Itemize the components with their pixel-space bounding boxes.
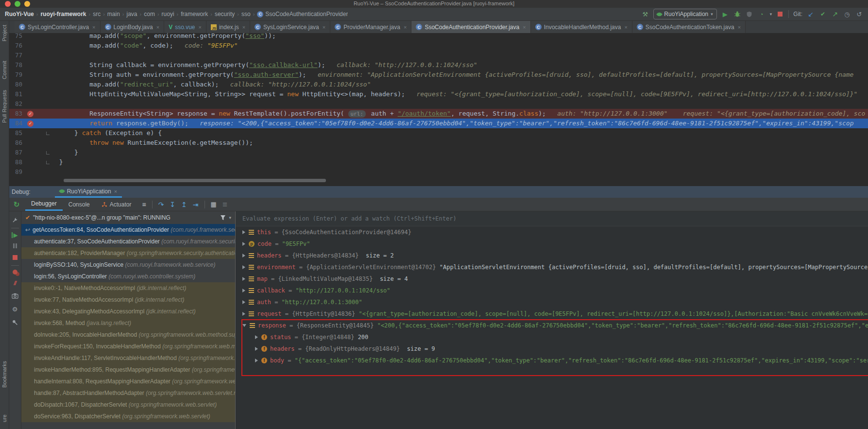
close-icon[interactable]: × bbox=[404, 24, 407, 30]
close-icon[interactable]: × bbox=[242, 24, 245, 30]
frame-row[interactable]: handle:87, AbstractHandlerMethodAdapter … bbox=[21, 387, 235, 399]
chevron-right-icon[interactable] bbox=[255, 347, 258, 351]
code-line-87[interactable]: 87 } bbox=[0, 148, 868, 157]
skip-breakpoints-icon[interactable]: // bbox=[14, 280, 16, 287]
thread-selector[interactable]: ✔ "http-nio-8080-exec-5"@...n group "mai… bbox=[21, 211, 235, 224]
close-icon[interactable]: × bbox=[156, 24, 159, 30]
sidebar-item-project[interactable]: Project bbox=[0, 25, 9, 41]
restore-layout-icon[interactable]: ≣ bbox=[222, 201, 228, 208]
code-line-81[interactable]: 81 HttpEntity<MultiValueMap<String, Stri… bbox=[0, 89, 868, 99]
frame-row[interactable]: invoke:77, NativeMethodAccessorImpl (jdk… bbox=[21, 294, 235, 306]
mute-breakpoints-icon[interactable] bbox=[13, 270, 17, 275]
breadcrumb-item[interactable]: com bbox=[144, 11, 155, 17]
breadcrumb-item[interactable]: main bbox=[107, 11, 120, 17]
tab-actuator[interactable]: Actuator bbox=[96, 198, 137, 211]
editor-tab-sysloginservice-java[interactable]: CSysLoginService.java× bbox=[250, 21, 330, 33]
chevron-right-icon[interactable] bbox=[242, 242, 245, 246]
code-editor[interactable]: 75 map.add("scope", environment.getPrope… bbox=[0, 33, 868, 186]
rollback-icon[interactable]: ↺ bbox=[855, 10, 863, 18]
close-icon[interactable]: × bbox=[323, 24, 325, 30]
debugger-settings-gear-icon[interactable]: ⚙ bbox=[11, 305, 19, 313]
sidebar-item-commit[interactable]: Commit bbox=[0, 61, 9, 79]
variable-row-body[interactable]: fbody = "{"access_token":"05ef78f0-d0e2-… bbox=[236, 355, 868, 366]
debug-session-tab[interactable]: RuoYiApplication × bbox=[55, 186, 122, 198]
close-icon[interactable]: × bbox=[738, 24, 741, 30]
scrollbar-thumb[interactable] bbox=[64, 179, 326, 182]
close-icon[interactable]: × bbox=[523, 24, 526, 30]
frame-row[interactable]: invokeHandlerMethod:895, RequestMappingH… bbox=[21, 364, 235, 376]
sidebar-item-bookmarks[interactable]: Bookmarks bbox=[0, 361, 9, 388]
frame-row[interactable]: invoke:568, Method (java.lang.reflect) bbox=[21, 317, 235, 329]
rerun-icon[interactable]: ↻ bbox=[12, 200, 21, 209]
build-hammer-icon[interactable]: ⚒ bbox=[641, 10, 649, 18]
run-configuration-select[interactable]: RuoYiApplication ▾ bbox=[653, 9, 716, 19]
variable-row-code[interactable]: pcode = "9E5FPv" bbox=[236, 238, 868, 250]
sidebar-item-structure[interactable]: ure bbox=[0, 414, 9, 422]
step-out-icon[interactable]: ↥ bbox=[181, 201, 187, 208]
fold-marker-icon[interactable] bbox=[46, 132, 50, 135]
editor-tab-syslogincontroller-java[interactable]: CSysLoginController.java× bbox=[15, 21, 101, 33]
settings-wrench-icon[interactable] bbox=[11, 216, 19, 224]
variable-row-status[interactable]: fstatus = {Integer@14848} 200 bbox=[236, 331, 868, 343]
frame-row[interactable]: ↩getAccessToken:84, SsoCodeAuthenticatio… bbox=[21, 224, 235, 236]
frame-row[interactable]: invoke:43, DelegatingMethodAccessorImpl … bbox=[21, 306, 235, 317]
editor-tab-providermanager-java[interactable]: CProviderManager.java× bbox=[330, 21, 411, 33]
frame-row[interactable]: authenticate:182, ProviderManager (org.s… bbox=[21, 247, 235, 259]
chevron-right-icon[interactable] bbox=[242, 265, 245, 269]
code-line-85[interactable]: 85 } catch (Exception e) { bbox=[0, 128, 868, 138]
variable-row-response[interactable]: response = {ResponseEntity@14845} "<200,… bbox=[236, 320, 868, 331]
fold-marker-icon[interactable] bbox=[46, 151, 50, 154]
code-line-86[interactable]: 86 throw new RuntimeException(e.getMessa… bbox=[0, 138, 868, 148]
pin-icon[interactable] bbox=[11, 318, 19, 326]
frame-row[interactable]: handleInternal:808, RequestMappingHandle… bbox=[21, 376, 235, 387]
editor-tab-loginbody-java[interactable]: CLoginBody.java× bbox=[101, 21, 165, 33]
editor-tab-sso-vue[interactable]: Vsso.vue× bbox=[164, 21, 206, 33]
variable-row-headers[interactable]: fheaders = {ReadOnlyHttpHeaders@14849} s… bbox=[236, 343, 868, 355]
code-line-84[interactable]: 84✓ return response.getBody(); response:… bbox=[0, 119, 868, 128]
variable-row-map[interactable]: map = {LinkedMultiValueMap@14835} size =… bbox=[236, 273, 868, 285]
tab-debugger[interactable]: Debugger bbox=[25, 198, 63, 211]
step-over-icon[interactable]: ↷ bbox=[158, 201, 164, 208]
chevron-right-icon[interactable] bbox=[242, 289, 245, 292]
code-line-76[interactable]: 76 map.add("code", code); code: "9E5FPv" bbox=[0, 41, 868, 51]
breadcrumb-item[interactable]: RuoYi-Vue bbox=[5, 11, 34, 17]
git-push-icon[interactable]: ↗ bbox=[831, 10, 839, 18]
pause-icon[interactable] bbox=[13, 243, 17, 248]
frame-row[interactable]: authenticate:37, SsoCodeAuthenticationPr… bbox=[21, 236, 235, 247]
variable-row-auth[interactable]: auth = "http://127.0.0.1:3000" bbox=[236, 296, 868, 308]
variable-row-callback[interactable]: callback = "http://127.0.0.1:1024/sso" bbox=[236, 285, 868, 296]
fold-marker-icon[interactable] bbox=[46, 161, 50, 164]
frame-row[interactable]: doService:963, DispatcherServlet (org.sp… bbox=[21, 411, 235, 422]
step-into-icon[interactable]: ↧ bbox=[170, 201, 175, 208]
chevron-right-icon[interactable] bbox=[242, 277, 245, 281]
chevron-down-icon[interactable] bbox=[242, 324, 246, 327]
run-to-cursor-icon[interactable]: ⇥ bbox=[193, 201, 199, 208]
breadcrumb-item[interactable]: java bbox=[127, 11, 137, 17]
breadcrumb-item[interactable]: SsoCodeAuthenticationProvider bbox=[265, 11, 348, 17]
filter-funnel-icon[interactable] bbox=[220, 215, 226, 221]
layout-menu-icon[interactable]: ≡ bbox=[142, 201, 146, 208]
editor-tab-invocablehandlermethod-java[interactable]: CInvocableHandlerMethod.java× bbox=[531, 21, 632, 33]
frame-row[interactable]: doInvoke:205, InvocableHandlerMethod (or… bbox=[21, 329, 235, 341]
stop-button[interactable] bbox=[776, 10, 784, 18]
frame-row[interactable]: login:56, SysLoginController (com.ruoyi.… bbox=[21, 271, 235, 282]
chevron-right-icon[interactable] bbox=[255, 359, 258, 362]
resume-icon[interactable]: ▶ bbox=[12, 232, 17, 238]
editor-tab-ssocodeauthenticationtoken-java[interactable]: CSsoCodeAuthenticationToken.java× bbox=[632, 21, 746, 33]
run-button[interactable]: ▶ bbox=[721, 10, 729, 18]
code-line-82[interactable]: 82 bbox=[0, 99, 868, 109]
history-clock-icon[interactable]: ◷ bbox=[843, 10, 851, 18]
close-icon[interactable]: × bbox=[624, 24, 627, 30]
git-commit-icon[interactable]: ✔ bbox=[819, 10, 827, 18]
code-line-77[interactable]: 77 bbox=[0, 51, 868, 60]
close-icon[interactable]: × bbox=[199, 24, 202, 30]
variable-row-request[interactable]: request = {HttpEntity@14836} "<{grant_ty… bbox=[236, 308, 868, 320]
watch-input[interactable]: Evaluate expression (Enter) or add a wat… bbox=[236, 211, 868, 226]
thread-dump-camera-icon[interactable] bbox=[11, 292, 19, 300]
breakpoint-icon[interactable]: ✓ bbox=[27, 111, 34, 117]
breadcrumb-item[interactable]: framework bbox=[181, 11, 208, 17]
breadcrumb-item[interactable]: src bbox=[93, 11, 101, 17]
debug-button[interactable] bbox=[733, 10, 741, 18]
frame-row[interactable]: invoke0:-1, NativeMethodAccessorImpl (jd… bbox=[21, 282, 235, 294]
frame-row[interactable]: loginBySSO:140, SysLoginService (com.ruo… bbox=[21, 259, 235, 271]
